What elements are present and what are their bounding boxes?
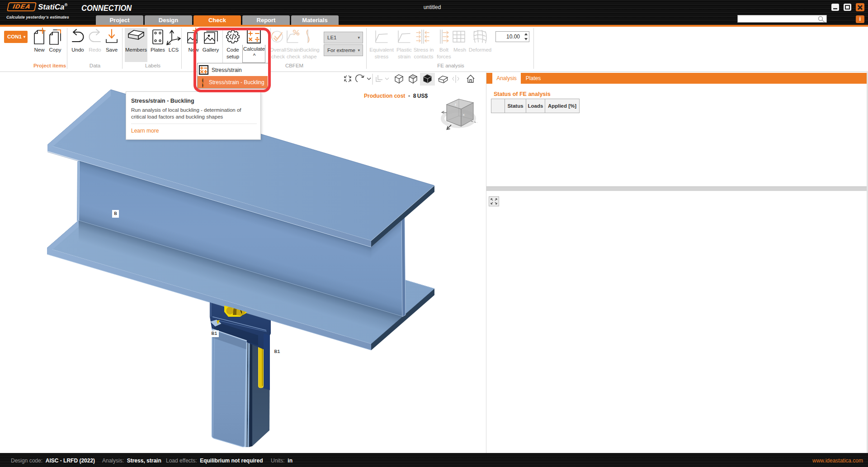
svg-text:z: z (455, 103, 457, 106)
svg-text:x: x (463, 113, 465, 116)
